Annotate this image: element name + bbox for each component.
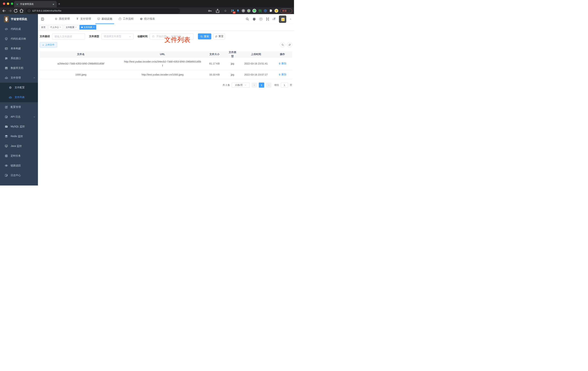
avatar-caret-down-icon[interactable] — [290, 18, 292, 20]
close-window-button[interactable] — [3, 2, 5, 5]
sidebar-item-java-monitor[interactable]: Java 监控 — [0, 141, 38, 151]
cell-type: jpg — [226, 60, 239, 67]
ext-y-icon[interactable]: y — [252, 9, 256, 13]
sidebar-item-db-doc[interactable]: 数据库文档 — [0, 63, 38, 73]
nav-system-manage[interactable]: ⚙ 系统管理 — [53, 14, 72, 24]
browser-tab[interactable]: 芋道管理系统 × — [14, 1, 57, 7]
file-type-select[interactable]: 请选择文件类型 — [101, 33, 134, 39]
nav-infrastructure[interactable]: 基础设施 — [95, 14, 114, 24]
zoom-window-button[interactable] — [11, 2, 13, 5]
sidebar-item-log-center[interactable]: 日志中心 — [0, 170, 38, 180]
sidebar-item-file-list[interactable]: 文件列表 — [0, 93, 38, 102]
nav-pay-manage[interactable]: ¥ 支付管理 — [74, 14, 93, 24]
sidebar-item-tracing[interactable]: 链路追踪 — [0, 161, 38, 170]
page-number-button[interactable]: 1 — [259, 83, 264, 88]
nav-workflow[interactable]: 工作流程 — [117, 14, 136, 24]
sidebar-item-redis-monitor[interactable]: Redis 监控 — [0, 131, 38, 141]
sidebar-item-system-api[interactable]: 系统接口 — [0, 53, 38, 63]
avatar-qr-code[interactable] — [279, 16, 286, 23]
minimize-window-button[interactable] — [7, 2, 9, 5]
github-icon[interactable] — [252, 17, 256, 21]
table-toolbar: + 上传文件 — [40, 42, 57, 47]
tag-close-icon[interactable]: × — [93, 26, 94, 29]
fullscreen-icon[interactable] — [266, 17, 269, 21]
tag-profile[interactable]: 个人中心 × — [48, 25, 63, 30]
eye-icon — [5, 164, 8, 167]
forward-icon[interactable] — [8, 9, 12, 13]
help-icon[interactable]: ? — [259, 18, 262, 21]
search-button[interactable]: 搜索 — [198, 33, 211, 39]
chrome-update-button[interactable]: 更新 ⋮ — [280, 9, 292, 13]
delete-button[interactable]: 删除 — [278, 73, 286, 76]
prev-page-button[interactable] — [252, 83, 257, 88]
edit-square-icon — [5, 106, 8, 109]
sidebar-logo[interactable]: 芋道管理系统 — [0, 14, 38, 24]
new-tab-button[interactable]: + — [58, 2, 60, 6]
tags-view: 首页 个人中心 × 文件配置 × 文件列表 × — [38, 24, 294, 31]
sidebar-item-form-builder[interactable]: 表单构建 — [0, 44, 38, 53]
app-header: ⚙ 系统管理 ¥ 支付管理 基础设施 工作流程 统计报表 — [38, 14, 294, 24]
cell-filename: 1000.jpeg — [40, 71, 122, 78]
search-icon[interactable] — [246, 17, 249, 21]
refresh-table-button[interactable] — [287, 42, 292, 47]
browser-toolbar: i 127.0.0.1:1024/infra/file/file ☆ 11 ⌘ … — [0, 7, 294, 14]
sidebar-item-api-log[interactable]: API 日志 — [0, 112, 38, 122]
ext-gem-icon[interactable] — [236, 9, 240, 12]
tag-home[interactable]: 首页 — [39, 25, 47, 30]
url-text[interactable]: 127.0.0.1:1024/infra/file/file — [32, 9, 61, 12]
file-path-input[interactable] — [54, 35, 83, 38]
back-icon[interactable] — [2, 9, 7, 13]
nav-reports[interactable]: 统计报表 — [138, 14, 157, 24]
tab-close-icon[interactable]: × — [52, 3, 55, 6]
home-icon[interactable] — [19, 9, 24, 13]
browser-menu-dots-icon[interactable]: ⋮ — [288, 9, 290, 12]
file-path-label: 文件路径 — [40, 35, 50, 38]
cloud-upload-icon — [9, 96, 12, 99]
bookmark-star-icon[interactable]: ☆ — [223, 9, 228, 13]
browser-tabstrip: 芋道管理系统 × + — [0, 0, 294, 7]
tag-file-config[interactable]: 文件配置 × — [64, 25, 78, 30]
share-icon[interactable] — [215, 9, 220, 13]
sidebar-collapse-icon[interactable] — [41, 17, 44, 21]
address-bar[interactable]: i 127.0.0.1:1024/infra/file/file — [26, 8, 180, 13]
cell-url: http://test.yudao.iocoder.cn/1000.jpeg — [122, 71, 203, 78]
app-title: 芋道管理系统 — [11, 18, 27, 21]
password-key-icon[interactable] — [208, 9, 212, 13]
ext-star-icon[interactable] — [258, 9, 262, 12]
chevron-down-icon — [33, 116, 35, 118]
total-count: 共 2 条 — [223, 84, 230, 87]
sidebar-item-code-gen-demo[interactable]: 代码生成示例 — [0, 34, 38, 44]
sidebar-item-scheduled-jobs[interactable]: 定时任务 — [0, 151, 38, 161]
sidebar-item-code-gen[interactable]: 代码生成 — [0, 24, 38, 34]
next-page-button[interactable] — [266, 83, 272, 88]
toggle-search-button[interactable] — [280, 42, 285, 47]
ext-command-icon[interactable]: ⌘ — [242, 9, 245, 12]
sidebar-item-config-manage[interactable]: 配置管理 — [0, 102, 38, 112]
page-content: 文件路径 文件类型 请选择文件类型 创建时间 开始日期 - 结束日期 — [38, 31, 294, 186]
tag-close-icon[interactable]: × — [60, 26, 61, 29]
reload-icon[interactable] — [13, 9, 18, 13]
active-tag-dot — [81, 27, 83, 28]
tag-close-icon[interactable]: × — [75, 26, 77, 29]
profile-avatar-icon[interactable] — [274, 9, 278, 13]
col-header-type: 文件类型 — [226, 49, 239, 60]
sidebar-item-file-manage[interactable]: 文件管理 — [0, 73, 38, 83]
site-info-icon[interactable]: i — [28, 10, 30, 12]
ext-tab-manager-icon[interactable]: 11 — [231, 9, 234, 12]
ext-record-icon[interactable] — [247, 9, 251, 12]
page-size-select[interactable]: 10条/页 — [232, 83, 250, 88]
tag-file-list[interactable]: 文件列表 × — [79, 25, 96, 30]
extensions-puzzle-icon[interactable] — [269, 9, 273, 12]
goto-page-input[interactable] — [281, 83, 288, 88]
sidebar-item-file-config[interactable]: ⚙ 文件配置 — [0, 83, 38, 93]
font-size-icon[interactable]: TT — [273, 18, 276, 21]
macos-traffic-lights — [3, 2, 13, 5]
sidebar-item-mysql-monitor[interactable]: MySQL 监控 — [0, 122, 38, 131]
gear-icon: ⚙ — [9, 86, 12, 89]
delete-button[interactable]: 删除 — [278, 61, 286, 65]
reset-button[interactable]: 重置 — [213, 33, 225, 39]
ext-eye-icon[interactable] — [264, 9, 267, 12]
pagination: 共 2 条 10条/页 1 前往 页 — [223, 83, 292, 88]
cell-url: http://test.yudao.iocoder.cn/a294ecb2-73… — [122, 58, 203, 69]
upload-file-button[interactable]: + 上传文件 — [40, 42, 57, 47]
